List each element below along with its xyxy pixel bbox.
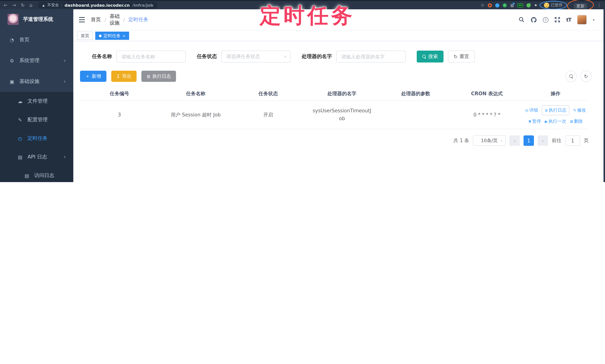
browser-forward-icon[interactable]: → [12,3,16,7]
next-page-button[interactable]: › [538,135,548,146]
row-exec-log-label: 执行日志 [549,107,566,113]
pause-icon: ✖ [528,119,531,123]
extension-blue-icon[interactable] [495,3,499,7]
extension-leaf-icon[interactable] [527,3,531,7]
cell-actions: ◎详细 ≣执行日志 ✎修改 ✖暂停 ▶执行一次 ⊠删除 [523,104,589,126]
delete-link[interactable]: ⊠删除 [570,118,583,124]
fullscreen-icon[interactable] [554,17,560,23]
browser-back-icon[interactable]: ← [4,3,7,7]
row-exec-log-link[interactable]: ≣执行日志 [542,105,569,115]
extension-green-icon[interactable]: ✓ [503,3,507,7]
profile-paused-group[interactable]: 已暂停 [541,2,566,9]
sidebar-item-config-management[interactable]: ✎ 配置管理 [0,110,73,129]
add-button[interactable]: ＋ 新增 [80,71,106,82]
sidebar-item-scheduled-jobs[interactable]: ◴ 定时任务 [0,129,73,148]
avatar-caret-icon[interactable]: ▾ [593,18,595,22]
chevron-down-icon: ∨ [64,59,66,63]
active-tab-dot [99,34,102,37]
browser-home-icon[interactable]: ⌂ [29,3,32,7]
chevron-down-icon: ∨ [284,55,287,58]
browser-reload-icon[interactable]: ↻ [21,3,25,7]
security-label[interactable]: 不安全 [47,3,59,8]
exec-log-button[interactable]: ≣ 执行日志 [141,71,176,82]
job-status-group: 任务状态 请选择任务状态 ∨ [197,51,290,63]
job-name-input[interactable] [117,51,186,63]
breadcrumb-home[interactable]: 首页 [91,16,101,23]
run-once-link[interactable]: ▶执行一次 [545,118,566,124]
url-path: /infra/job [132,3,153,8]
extension-on-badge[interactable]: on [517,3,523,7]
chevron-down-icon: ∨ [500,139,503,142]
sidebar-item-infrastructure[interactable]: ▣ 基础设施 ∧ [0,71,73,92]
address-bar[interactable]: ▲ 不安全 dashboard.yudao.iocoder.cn/infra/j… [38,2,158,9]
table-utility-buttons: ↻ [566,71,592,82]
breadcrumb-current: 定时任务 [128,16,148,23]
window-scrollbar[interactable] [604,9,605,182]
cell-job-status: 开启 [233,110,304,120]
user-avatar[interactable] [577,15,587,25]
sidebar-item-access-logs[interactable]: ▤ 访问日志 [0,166,73,182]
add-button-label: 新增 [92,73,101,79]
job-status-select[interactable]: 请选择任务状态 ∨ [221,51,290,63]
edit-link-label: 修改 [577,107,586,113]
update-button[interactable]: 更新 [574,3,587,9]
sidebar-item-home[interactable]: ◔ 首页 [0,29,73,50]
detail-link[interactable]: ◎详细 [525,107,538,113]
reset-button-label: 重置 [460,53,469,60]
github-icon[interactable] [531,16,537,23]
sidebar-item-api-logs[interactable]: ▤ API 日志 ∧ [0,148,73,166]
cell-job-id: 3 [80,110,159,119]
sidebar-item-label: 访问日志 [34,172,54,179]
toggle-search-button[interactable] [566,71,577,82]
select-placeholder: 请选择任务状态 [226,53,260,60]
infrastructure-submenu: ☁ 文件管理 ✎ 配置管理 ◴ 定时任务 ▤ API 日志 ∧ ▤ [0,92,73,182]
job-name-label: 任务名称 [92,53,112,60]
sidebar-item-label: 定时任务 [27,135,48,142]
pagination: 共 1 条 10条/页 ∨ ‹ 1 › 前往 页 [453,135,589,146]
font-size-icon[interactable]: tT [566,17,571,23]
breadcrumb-separator: / [123,17,125,23]
pause-link[interactable]: ✖暂停 [528,118,541,124]
red-annotation-title: 定时任务 [260,1,355,30]
extensions-puzzle-icon[interactable]: ✦ [534,3,538,8]
table-header-row: 任务编号 任务名称 任务状态 处理器的名字 处理器的参数 CRON 表达式 操作 [80,87,589,101]
search-icon[interactable] [519,17,525,23]
export-button[interactable]: ↧ 导出 [111,71,137,82]
app-logo-row[interactable]: 芋道管理系统 [0,9,73,29]
handler-name-input[interactable] [336,51,406,63]
chevron-up-icon: ∧ [64,80,66,83]
sidebar-item-label: 首页 [19,37,29,43]
document-icon: ▤ [23,173,30,178]
handler-name-label: 处理器的名字 [302,53,332,60]
browser-menu-icon[interactable]: ⋮ [597,3,601,8]
help-icon[interactable]: ? [543,17,548,23]
tab-home[interactable]: 首页 [77,32,93,40]
sidebar-item-system-management[interactable]: ⚙ 系统管理 ∨ [0,50,73,71]
breadcrumb-infrastructure[interactable]: 基础设施 [110,13,120,26]
header-actions: ? tT ▾ [519,15,595,25]
current-page-button[interactable]: 1 [524,135,534,146]
extension-orange-icon[interactable] [488,3,492,7]
prev-page-button[interactable]: ‹ [509,135,520,146]
page-size-select[interactable]: 10条/页 ∨ [473,135,506,146]
reset-icon: ↻ [454,54,458,59]
refresh-icon: ↻ [584,74,588,79]
chevron-up-icon: ∧ [64,155,66,159]
col-handler-param: 处理器的参数 [380,89,451,99]
browser-update-group[interactable]: 更新 [570,1,591,10]
close-icon[interactable]: × [122,34,126,38]
search-button[interactable]: 搜索 [417,51,444,63]
reset-button[interactable]: ↻ 重置 [448,51,475,63]
goto-page-input[interactable] [565,135,580,146]
page-size-value: 10条/页 [481,137,498,144]
search-icon [422,54,426,59]
collapse-menu-icon[interactable] [79,17,85,22]
bookmark-star-icon[interactable]: ☆ [481,3,485,8]
sidebar-item-label: 配置管理 [27,117,48,123]
edit-link[interactable]: ✎修改 [573,107,586,113]
sidebar-item-file-management[interactable]: ☁ 文件管理 [0,92,73,110]
refresh-button[interactable]: ↻ [580,71,592,82]
tab-scheduled-jobs[interactable]: 定时任务 × [95,32,129,40]
extension-grid-icon[interactable]: ▦ [510,3,514,7]
pagination-total: 共 1 条 [453,137,469,144]
